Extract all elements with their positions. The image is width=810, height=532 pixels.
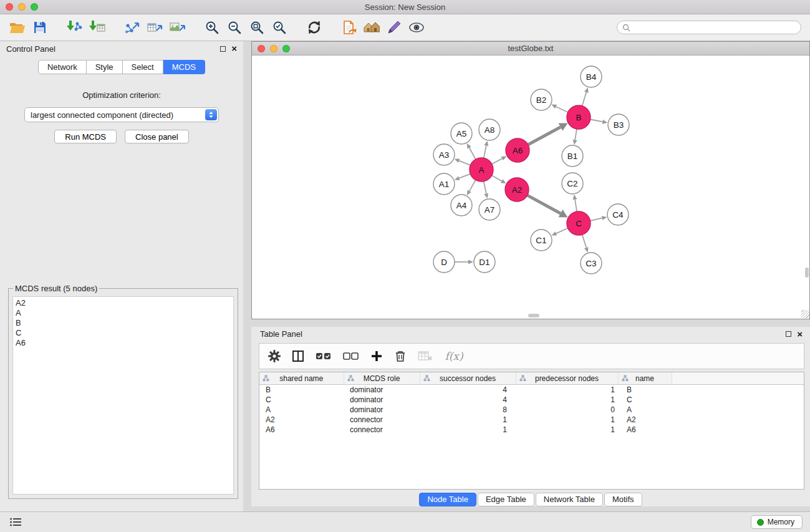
graph-node-A4[interactable]: A4 — [451, 195, 472, 216]
deselect-all-rows-button[interactable] — [339, 346, 363, 366]
graph-node-B3[interactable]: B3 — [608, 114, 629, 135]
function-builder-button[interactable]: f(x) — [440, 346, 468, 366]
open-session-button[interactable] — [6, 17, 29, 37]
tab-style[interactable]: Style — [87, 60, 123, 74]
graph-node-C2[interactable]: C2 — [562, 173, 583, 194]
export-table-button[interactable] — [143, 17, 166, 37]
float-panel-icon[interactable] — [220, 46, 226, 52]
delete-column-button[interactable] — [390, 346, 410, 366]
minimize-window-icon[interactable] — [18, 3, 26, 11]
network-canvas[interactable]: B4B2BB3A5A8A6A3AB1A1A2C2A4A7C4CC1C3DD1 — [252, 56, 809, 318]
graph-node-D1[interactable]: D1 — [474, 251, 495, 273]
graph-node-B2[interactable]: B2 — [531, 89, 552, 110]
zoom-window-icon[interactable] — [31, 3, 38, 11]
table-row[interactable]: Bdominator41B — [259, 385, 804, 395]
save-session-button[interactable] — [29, 17, 51, 37]
annotations-button[interactable] — [383, 17, 405, 37]
search-input[interactable] — [634, 23, 796, 32]
table-row[interactable]: A2connector11A2 — [259, 415, 804, 425]
graph-node-A8[interactable]: A8 — [479, 119, 500, 140]
float-table-panel-icon[interactable] — [786, 331, 791, 337]
home-button[interactable] — [360, 17, 383, 37]
resize-grip[interactable] — [801, 310, 809, 318]
svg-text:B1: B1 — [567, 152, 578, 161]
minimize-network-window-icon[interactable] — [270, 45, 277, 52]
graph-node-C4[interactable]: C4 — [607, 204, 629, 225]
column-header-successor-nodes[interactable]: successor nodes — [420, 372, 516, 385]
column-header-name[interactable]: name — [618, 372, 672, 385]
run-mcds-button[interactable]: Run MCDS — [54, 130, 117, 143]
graph-node-D[interactable]: D — [433, 251, 455, 273]
svg-text:C2: C2 — [567, 179, 577, 188]
column-header-predecessor-nodes[interactable]: predecessor nodes — [516, 372, 618, 385]
delete-table-button[interactable] — [414, 346, 436, 366]
tab-node-table[interactable]: Node Table — [419, 493, 476, 506]
close-network-window-icon[interactable] — [258, 45, 265, 52]
graph-node-A2[interactable]: A2 — [505, 178, 529, 201]
task-history-button[interactable] — [7, 515, 24, 530]
table-row[interactable]: Cdominator41C — [259, 395, 804, 405]
graph-node-A6[interactable]: A6 — [506, 138, 529, 162]
zoom-network-window-icon[interactable] — [282, 45, 290, 52]
table-row[interactable]: A6connector11A6 — [259, 425, 804, 435]
close-table-panel-icon[interactable]: × — [797, 331, 803, 338]
graph-node-A[interactable]: A — [470, 158, 493, 181]
column-header-shared-name[interactable]: shared name — [259, 372, 344, 385]
column-header-mcds-role[interactable]: MCDS role — [344, 372, 420, 385]
mcds-result-item[interactable]: A — [16, 308, 231, 318]
optimization-criterion-select[interactable]: largest connected component (directed) — [24, 107, 219, 122]
mcds-result-item[interactable]: C — [16, 328, 231, 338]
tab-motifs[interactable]: Motifs — [604, 493, 642, 506]
graph-node-C3[interactable]: C3 — [581, 253, 602, 274]
open-document-button[interactable] — [338, 17, 360, 37]
tab-network[interactable]: Network — [38, 60, 87, 74]
add-column-button[interactable] — [367, 346, 387, 366]
save-floppy-icon — [33, 21, 47, 34]
graph-node-A3[interactable]: A3 — [433, 144, 455, 165]
apply-layout-button[interactable] — [303, 17, 325, 37]
tab-network-table[interactable]: Network Table — [536, 493, 603, 506]
column-sort-icon — [423, 375, 430, 382]
tab-mcds[interactable]: MCDS — [163, 60, 205, 74]
graph-node-B[interactable]: B — [567, 105, 591, 129]
table-row[interactable]: Adominator80A — [259, 405, 804, 415]
vertical-scroll-thumb[interactable] — [805, 268, 809, 278]
svg-text:B3: B3 — [614, 120, 624, 130]
import-table-button[interactable] — [86, 17, 108, 37]
close-panel-icon[interactable]: × — [231, 45, 237, 52]
import-network-button[interactable] — [64, 17, 86, 37]
graph-node-A5[interactable]: A5 — [451, 123, 472, 144]
graph-node-B4[interactable]: B4 — [581, 66, 602, 87]
memory-status-icon — [757, 519, 764, 526]
table-settings-button[interactable] — [264, 346, 284, 366]
show-graphics-button[interactable] — [405, 17, 428, 37]
mcds-result-item[interactable]: B — [16, 318, 231, 328]
zoom-in-button[interactable] — [201, 17, 223, 37]
export-image-button[interactable] — [166, 17, 188, 37]
zoom-fit-button[interactable] — [246, 17, 268, 37]
graph-edge — [484, 181, 486, 194]
panel-splitter[interactable] — [243, 41, 251, 511]
mcds-result-item[interactable]: A6 — [16, 338, 231, 348]
select-all-icon — [316, 351, 332, 361]
horizontal-scroll-thumb[interactable] — [528, 314, 539, 317]
close-panel-button[interactable]: Close panel — [125, 130, 189, 143]
graph-node-A7[interactable]: A7 — [479, 199, 500, 220]
column-visibility-button[interactable] — [288, 346, 308, 366]
graph-node-B1[interactable]: B1 — [562, 145, 583, 167]
close-window-icon[interactable] — [6, 3, 13, 11]
zoom-out-button[interactable] — [223, 17, 246, 37]
mcds-result-list[interactable]: A2ABCA6 — [12, 296, 234, 495]
tab-edge-table[interactable]: Edge Table — [478, 493, 534, 506]
select-all-rows-button[interactable] — [312, 346, 335, 366]
search-box[interactable] — [617, 21, 801, 34]
tab-select[interactable]: Select — [123, 60, 163, 74]
mcds-result-item[interactable]: A2 — [16, 298, 231, 308]
graph-node-A1[interactable]: A1 — [433, 173, 455, 195]
zoom-selected-button[interactable] — [268, 17, 291, 37]
graph-edge — [484, 145, 486, 158]
graph-node-C1[interactable]: C1 — [531, 230, 552, 251]
memory-button[interactable]: Memory — [751, 515, 803, 529]
export-network-button[interactable] — [121, 17, 143, 37]
graph-node-C[interactable]: C — [567, 211, 591, 235]
